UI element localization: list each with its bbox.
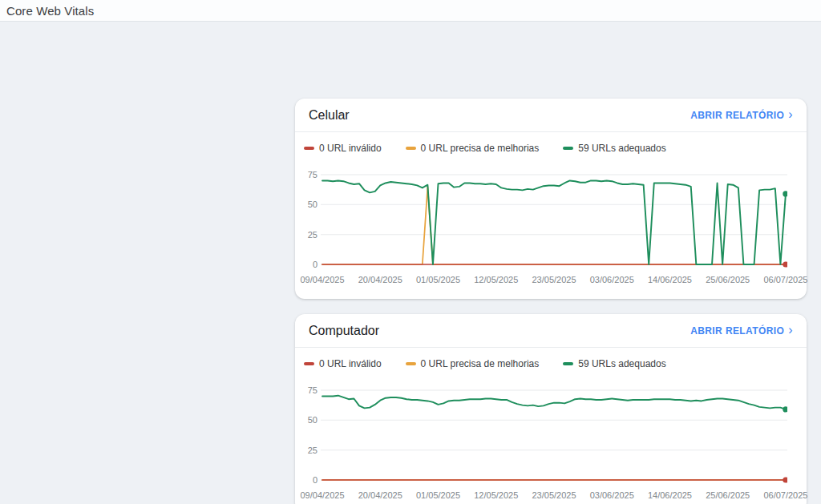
legend-item-good[interactable]: 59 URLs adequados [563,143,665,154]
line-chart[interactable] [321,385,787,488]
y-tick-label: 25 [308,446,317,455]
y-axis-labels: 0255075 [301,385,321,488]
page-title: Core Web Vitals [6,4,94,18]
legend-label-needs-improvement: 0 URL precisa de melhorias [421,358,540,369]
chevron-right-icon: › [788,326,793,334]
y-tick-label: 50 [308,415,317,425]
chart-celular: 0255075 09/04/202520/04/202501/05/202512… [295,170,807,286]
card-title: Computador [309,324,379,338]
legend-item-invalid[interactable]: 0 URL inválido [304,143,382,154]
legend-label-invalid: 0 URL inválido [319,358,382,369]
y-tick-label: 25 [308,230,317,240]
card-header: Celular ABRIR RELATÓRIO › [295,99,807,132]
x-axis-labels: 09/04/202520/04/202501/05/202512/05/2025… [321,490,787,502]
legend-item-needs-improvement[interactable]: 0 URL precisa de melhorias [406,143,540,154]
legend-item-invalid[interactable]: 0 URL inválido [304,358,382,369]
top-bar: Core Web Vitals [0,0,821,22]
legend-swatch-good [563,362,573,365]
y-tick-label: 75 [308,170,317,179]
x-tick-label: 03/06/2025 [590,490,634,500]
y-axis-labels: 0255075 [301,170,321,272]
open-report-link[interactable]: ABRIR RELATÓRIO › [690,110,793,121]
legend-label-needs-improvement: 0 URL precisa de melhorias [421,143,540,154]
x-axis-labels: 09/04/202520/04/202501/05/202512/05/2025… [321,275,787,286]
legend-item-needs-improvement[interactable]: 0 URL precisa de melhorias [406,358,540,369]
legend-swatch-good [563,147,573,150]
chevron-right-icon: › [788,111,793,119]
x-tick-label: 09/04/2025 [301,275,345,284]
legend-item-good[interactable]: 59 URLs adequados [563,358,665,369]
chart-legend: 0 URL inválido 0 URL precisa de melhoria… [295,143,807,154]
x-tick-label: 23/05/2025 [532,275,576,284]
open-report-label: ABRIR RELATÓRIO [690,110,784,121]
content: Celular ABRIR RELATÓRIO › 0 URL inválido… [0,22,821,504]
x-tick-label: 01/05/2025 [416,275,460,284]
legend-label-invalid: 0 URL inválido [319,143,382,154]
chart-computador: 0255075 09/04/202520/04/202501/05/202512… [295,385,807,502]
line-chart[interactable] [321,170,787,272]
card-celular: Celular ABRIR RELATÓRIO › 0 URL inválido… [295,99,807,299]
legend-swatch-needs-improvement [406,362,416,365]
x-tick-label: 12/05/2025 [474,490,518,500]
x-tick-label: 20/04/2025 [358,275,402,284]
x-tick-label: 06/07/2025 [763,275,807,284]
legend-label-good: 59 URLs adequados [578,358,665,369]
legend-swatch-invalid [304,362,314,365]
x-tick-label: 25/06/2025 [706,275,750,284]
x-tick-label: 25/06/2025 [706,490,750,500]
legend-swatch-needs-improvement [406,147,416,150]
plot-area: 09/04/202520/04/202501/05/202512/05/2025… [321,385,787,502]
y-tick-label: 75 [308,385,317,395]
x-tick-label: 14/06/2025 [648,275,692,284]
legend-swatch-invalid [304,147,314,150]
y-tick-label: 0 [313,260,317,269]
legend-label-good: 59 URLs adequados [578,143,665,154]
y-tick-label: 0 [313,475,317,485]
y-tick-label: 50 [308,200,317,209]
x-tick-label: 14/06/2025 [648,490,692,500]
card-computador: Computador ABRIR RELATÓRIO › 0 URL invál… [295,314,807,504]
open-report-link[interactable]: ABRIR RELATÓRIO › [690,325,793,337]
plot-area: 09/04/202520/04/202501/05/202512/05/2025… [321,170,787,286]
x-tick-label: 01/05/2025 [416,490,460,500]
x-tick-label: 09/04/2025 [301,490,345,500]
card-title: Celular [309,108,350,123]
x-tick-label: 06/07/2025 [763,490,807,500]
x-tick-label: 03/06/2025 [590,275,634,284]
chart-legend: 0 URL inválido 0 URL precisa de melhoria… [295,358,807,369]
open-report-label: ABRIR RELATÓRIO [690,325,784,337]
x-tick-label: 23/05/2025 [532,490,576,500]
x-tick-label: 12/05/2025 [474,275,518,284]
x-tick-label: 20/04/2025 [358,490,402,500]
card-header: Computador ABRIR RELATÓRIO › [295,314,807,348]
